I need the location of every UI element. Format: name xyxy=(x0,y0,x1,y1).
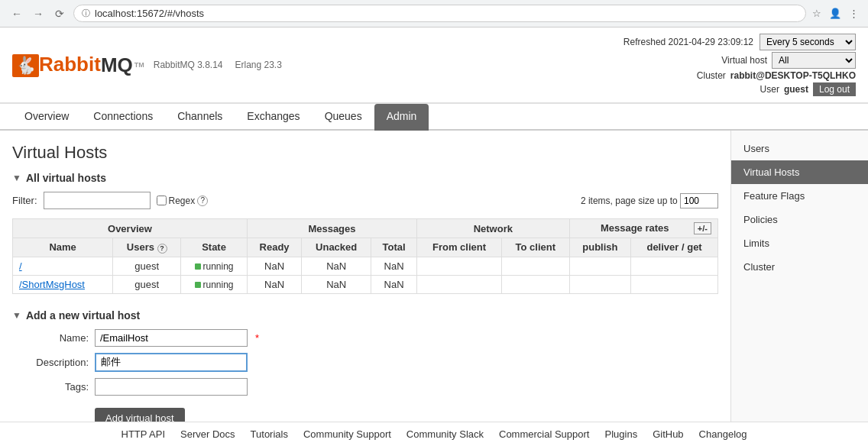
topbar: 🐇Rabbit MQTM RabbitMQ 3.8.14 Erlang 23.3… xyxy=(0,27,868,104)
rabbitmq-version: RabbitMQ 3.8.14 xyxy=(154,60,223,70)
row-ready: NaN xyxy=(247,275,301,293)
add-section-arrow: ▼ xyxy=(12,310,21,321)
filter-input[interactable] xyxy=(44,192,151,209)
tags-form-row: Tags: xyxy=(12,378,718,396)
back-button[interactable]: ← xyxy=(9,6,24,21)
add-vhost-button[interactable]: Add virtual host xyxy=(95,408,185,422)
items-count: 2 items, page size up to xyxy=(581,193,718,208)
lock-icon: ⓘ xyxy=(82,8,90,19)
address-bar[interactable]: ⓘ localhost:15672/#/vhosts xyxy=(73,5,806,22)
footer-tutorials[interactable]: Tutorials xyxy=(251,428,288,440)
reload-button[interactable]: ⟳ xyxy=(52,6,67,21)
sidebar-item-limits[interactable]: Limits xyxy=(731,231,868,255)
running-dot xyxy=(195,282,201,288)
page-size-input[interactable] xyxy=(680,193,718,208)
col-name: Name xyxy=(13,238,113,257)
footer-changelog[interactable]: Changelog xyxy=(699,428,747,440)
section-arrow-icon: ▼ xyxy=(12,173,21,183)
user-row: User guest Log out xyxy=(760,82,856,96)
main-nav: Overview Connections Channels Exchanges … xyxy=(0,104,868,131)
row-name[interactable]: /ShortMsgHost xyxy=(13,275,113,293)
table-row: /ShortMsgHost guest running NaN NaN NaN xyxy=(13,275,718,293)
col-unacked: Unacked xyxy=(302,238,371,257)
refresh-row: Refreshed 2021-04-29 23:09:12 Every 5 se… xyxy=(623,34,856,50)
row-name[interactable]: / xyxy=(13,257,113,275)
menu-icon[interactable]: ⋮ xyxy=(849,8,859,19)
logo-rabbit-text: 🐇Rabbit xyxy=(12,53,101,77)
row-state: running xyxy=(181,275,248,293)
row-from-client xyxy=(417,257,502,275)
forward-button[interactable]: → xyxy=(31,6,46,21)
add-vhost-section: ▼ Add a new virtual host Name: * Descrip… xyxy=(12,309,718,422)
description-form-row: Description: xyxy=(12,353,718,372)
nav-exchanges[interactable]: Exchanges xyxy=(235,104,312,131)
add-section-header[interactable]: ▼ Add a new virtual host xyxy=(12,309,718,322)
col-users: Users ? xyxy=(113,238,181,257)
refresh-select[interactable]: Every 5 seconds Every 10 seconds Every 3… xyxy=(760,34,856,50)
row-total: NaN xyxy=(371,275,417,293)
row-unacked: NaN xyxy=(302,275,371,293)
col-ready: Ready xyxy=(247,238,301,257)
nav-overview[interactable]: Overview xyxy=(12,104,81,131)
cluster-value: rabbit@DESKTOP-T5QLHKO xyxy=(730,70,856,81)
vhosts-table: Overview Messages Network Message rates … xyxy=(12,218,718,294)
row-publish xyxy=(569,257,631,275)
all-vhosts-section-header[interactable]: ▼ All virtual hosts xyxy=(12,172,718,184)
col-deliver-get: deliver / get xyxy=(631,238,718,257)
footer-server-docs[interactable]: Server Docs xyxy=(180,428,235,440)
logo-area: 🐇Rabbit MQTM RabbitMQ 3.8.14 Erlang 23.3 xyxy=(12,53,282,77)
regex-checkbox[interactable] xyxy=(157,196,167,205)
sidebar-item-cluster[interactable]: Cluster xyxy=(731,255,868,279)
row-to-client xyxy=(502,275,570,293)
nav-channels[interactable]: Channels xyxy=(165,104,235,131)
nav-queues[interactable]: Queues xyxy=(313,104,374,131)
description-input[interactable] xyxy=(95,353,248,372)
browser-bar: ← → ⟳ ⓘ localhost:15672/#/vhosts ☆ 👤 ⋮ xyxy=(0,0,868,27)
nav-connections[interactable]: Connections xyxy=(81,104,165,131)
page-title: Virtual Hosts xyxy=(12,143,718,163)
users-help-icon[interactable]: ? xyxy=(157,244,167,254)
name-form-row: Name: * xyxy=(12,329,718,347)
name-label: Name: xyxy=(12,332,89,344)
sidebar-item-feature-flags[interactable]: Feature Flags xyxy=(731,184,868,208)
filter-row: Filter: Regex ? 2 items, page size up to xyxy=(12,192,718,209)
logo-tm-text: TM xyxy=(134,61,144,69)
tags-label: Tags: xyxy=(12,381,89,393)
footer-plugins[interactable]: Plugins xyxy=(605,428,638,440)
row-publish xyxy=(569,275,631,293)
app: 🐇Rabbit MQTM RabbitMQ 3.8.14 Erlang 23.3… xyxy=(0,27,868,446)
sidebar-item-policies[interactable]: Policies xyxy=(731,208,868,231)
tags-input[interactable] xyxy=(95,378,248,396)
th-message-rates: Message rates +/- xyxy=(569,219,717,238)
footer-http-api[interactable]: HTTP API xyxy=(121,428,166,440)
regex-help-icon[interactable]: ? xyxy=(197,196,208,206)
footer-community-support[interactable]: Community Support xyxy=(303,428,391,440)
refreshed-label: Refreshed 2021-04-29 23:09:12 xyxy=(623,37,753,47)
nav-admin[interactable]: Admin xyxy=(374,104,429,131)
name-input[interactable] xyxy=(95,329,248,347)
th-overview: Overview xyxy=(13,219,248,238)
url-text: localhost:15672/#/vhosts xyxy=(95,8,204,19)
footer: HTTP API Server Docs Tutorials Community… xyxy=(0,422,868,446)
topbar-right: Refreshed 2021-04-29 23:09:12 Every 5 se… xyxy=(623,34,856,96)
sidebar-item-virtual-hosts[interactable]: Virtual Hosts xyxy=(731,160,868,184)
sidebar-item-users[interactable]: Users xyxy=(731,137,868,160)
footer-github[interactable]: GitHub xyxy=(653,428,683,440)
col-publish: publish xyxy=(569,238,631,257)
erlang-version: Erlang 23.3 xyxy=(235,60,282,70)
star-icon[interactable]: ☆ xyxy=(812,8,821,19)
version-info: RabbitMQ 3.8.14 Erlang 23.3 xyxy=(154,60,282,70)
row-users: guest xyxy=(113,275,181,293)
row-from-client xyxy=(417,275,502,293)
vhost-select[interactable]: All / /ShortMsgHost xyxy=(772,52,856,69)
plus-minus-btn[interactable]: +/- xyxy=(694,222,711,234)
profile-icon[interactable]: 👤 xyxy=(829,8,841,19)
items-count-text: 2 items, page size up to xyxy=(581,196,678,206)
col-total: Total xyxy=(371,238,417,257)
table-row: / guest running NaN NaN NaN xyxy=(13,257,718,275)
logout-button[interactable]: Log out xyxy=(813,82,856,96)
footer-commercial-support[interactable]: Commercial Support xyxy=(499,428,590,440)
col-to-client: To client xyxy=(502,238,570,257)
main-content: Virtual Hosts ▼ All virtual hosts Filter… xyxy=(0,131,730,422)
footer-community-slack[interactable]: Community Slack xyxy=(406,428,484,440)
